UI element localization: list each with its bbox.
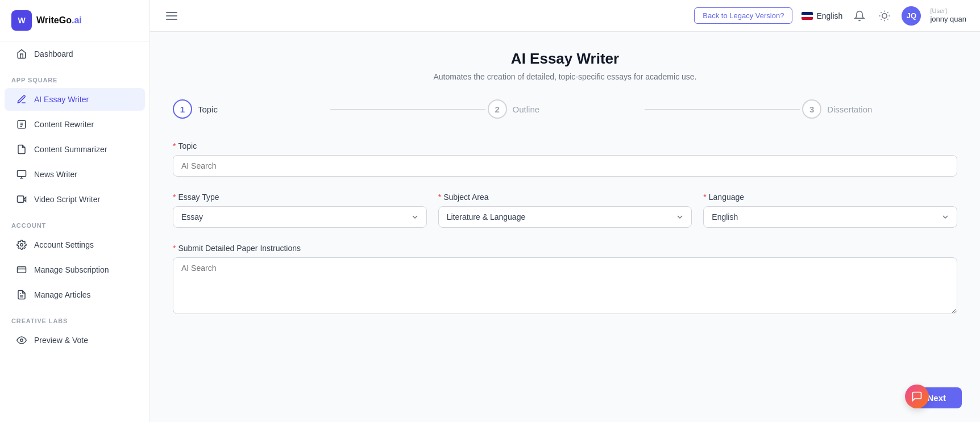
creative-labs-label: CREATIVE LABS bbox=[0, 307, 150, 328]
page-title: AI Essay Writer bbox=[173, 50, 957, 68]
subject-area-select[interactable]: Literature & Language Science History Ma… bbox=[438, 206, 692, 228]
stepper: 1 Topic 2 Outline 3 Dissertation bbox=[173, 99, 957, 119]
sidebar-item-manage-subscription[interactable]: Manage Subscription bbox=[5, 258, 145, 281]
form-row-selects: * Essay Type Essay Research Paper Argume… bbox=[173, 193, 957, 228]
step-1-circle: 1 bbox=[173, 99, 192, 119]
svg-rect-10 bbox=[18, 267, 26, 273]
pen-icon bbox=[16, 94, 27, 105]
topic-section: * Topic bbox=[173, 141, 957, 177]
page-subtitle: Automates the creation of detailed, topi… bbox=[173, 72, 957, 81]
sidebar-item-account-settings[interactable]: Account Settings bbox=[5, 233, 145, 256]
sidebar-item-news-writer[interactable]: News Writer bbox=[5, 163, 145, 186]
step-2-label: Outline bbox=[513, 105, 540, 114]
home-icon bbox=[16, 48, 27, 60]
essay-type-select[interactable]: Essay Research Paper Argumentative Expos… bbox=[173, 206, 427, 228]
video-icon bbox=[16, 194, 27, 205]
step-line-1 bbox=[330, 109, 485, 110]
floating-widget[interactable] bbox=[905, 385, 929, 408]
notifications-button[interactable] bbox=[852, 8, 867, 24]
menu-toggle-button[interactable] bbox=[164, 10, 180, 22]
language-field-label: * Language bbox=[703, 193, 957, 202]
instructions-section: * Submit Detailed Paper Instructions bbox=[173, 244, 957, 316]
svg-point-9 bbox=[20, 244, 23, 246]
sidebar: W WriteGo.ai Dashboard APP SQUARE AI Ess… bbox=[0, 0, 150, 422]
user-name: jonny quan bbox=[930, 15, 966, 24]
file-edit-icon bbox=[16, 119, 27, 130]
sidebar-item-content-summarizer[interactable]: Content Summarizer bbox=[5, 138, 145, 161]
sidebar-item-preview-vote[interactable]: Preview & Vote bbox=[5, 329, 145, 352]
account-label: ACCOUNT bbox=[0, 212, 150, 232]
avatar[interactable]: JQ bbox=[902, 6, 921, 26]
svg-line-18 bbox=[881, 12, 882, 12]
user-info: [User] jonny quan bbox=[930, 7, 966, 24]
doc-icon bbox=[16, 144, 27, 155]
content-area: AI Essay Writer Automates the creation o… bbox=[150, 32, 980, 422]
language-selector[interactable]: English bbox=[802, 11, 842, 20]
topbar-left bbox=[164, 10, 180, 22]
user-tag: [User] bbox=[930, 7, 966, 15]
svg-point-15 bbox=[882, 13, 887, 18]
step-2: 2 Outline bbox=[488, 99, 643, 119]
flag-icon bbox=[802, 12, 813, 20]
subject-area-label: * Subject Area bbox=[438, 193, 692, 202]
svg-rect-7 bbox=[18, 196, 24, 202]
sidebar-item-ai-essay-writer[interactable]: AI Essay Writer bbox=[5, 88, 145, 111]
svg-line-22 bbox=[881, 19, 882, 19]
subject-area-col: * Subject Area Literature & Language Sci… bbox=[438, 193, 692, 228]
topic-input[interactable] bbox=[173, 155, 957, 177]
essay-type-col: * Essay Type Essay Research Paper Argume… bbox=[173, 193, 427, 228]
language-label: English bbox=[816, 11, 842, 20]
sidebar-item-content-rewriter[interactable]: Content Rewriter bbox=[5, 113, 145, 136]
logo-icon: W bbox=[11, 10, 32, 31]
topbar-right: Back to Legacy Version? English JQ [User… bbox=[694, 6, 966, 26]
app-square-label: APP SQUARE bbox=[0, 66, 150, 87]
instructions-label: * Submit Detailed Paper Instructions bbox=[173, 244, 957, 253]
logo-text: WriteGo.ai bbox=[36, 15, 82, 26]
legacy-version-button[interactable]: Back to Legacy Version? bbox=[694, 7, 792, 24]
topbar: Back to Legacy Version? English JQ [User… bbox=[150, 0, 980, 32]
svg-rect-4 bbox=[18, 170, 26, 177]
svg-line-19 bbox=[888, 19, 888, 19]
topic-label: * Topic bbox=[173, 141, 957, 151]
logo[interactable]: W WriteGo.ai bbox=[0, 0, 150, 41]
news-icon bbox=[16, 169, 27, 180]
eye-icon bbox=[16, 335, 27, 346]
sidebar-item-manage-articles[interactable]: Manage Articles bbox=[5, 283, 145, 306]
step-line-2 bbox=[645, 109, 800, 110]
settings-icon bbox=[16, 239, 27, 250]
sidebar-item-dashboard[interactable]: Dashboard bbox=[5, 43, 145, 65]
card-icon bbox=[16, 264, 27, 275]
step-2-circle: 2 bbox=[488, 99, 507, 119]
step-3-label: Dissertation bbox=[827, 105, 872, 114]
language-col: * Language English Spanish French German… bbox=[703, 193, 957, 228]
main-area: Back to Legacy Version? English JQ [User… bbox=[150, 0, 980, 422]
svg-line-23 bbox=[888, 12, 888, 12]
instructions-textarea[interactable] bbox=[173, 257, 957, 314]
essay-type-label: * Essay Type bbox=[173, 193, 427, 202]
articles-icon bbox=[16, 289, 27, 300]
sidebar-item-video-script-writer[interactable]: Video Script Writer bbox=[5, 188, 145, 211]
step-1-label: Topic bbox=[198, 105, 218, 114]
step-1: 1 Topic bbox=[173, 99, 328, 119]
step-3-circle: 3 bbox=[802, 99, 821, 119]
theme-toggle-button[interactable] bbox=[877, 8, 892, 24]
svg-point-14 bbox=[20, 339, 23, 342]
language-select[interactable]: English Spanish French German Chinese bbox=[703, 206, 957, 228]
step-3: 3 Dissertation bbox=[802, 99, 957, 119]
